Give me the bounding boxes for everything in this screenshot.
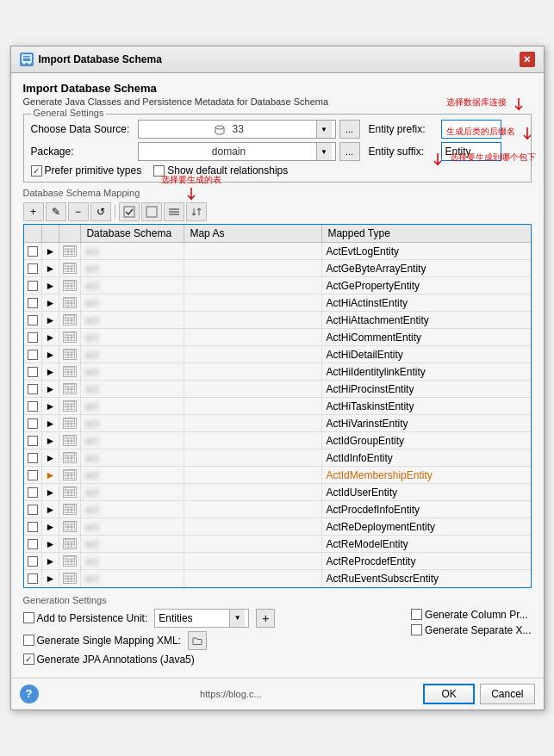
package-arrow[interactable]: ▼ [316,143,332,160]
row-expand[interactable]: ► [41,570,59,587]
prefer-primitive-checkbox[interactable]: Prefer primitive types [31,164,142,177]
checkbox-box[interactable] [28,401,38,412]
persistence-combo-arrow[interactable]: ▼ [229,610,245,627]
row-checkbox[interactable] [24,363,42,381]
row-checkbox[interactable] [24,467,42,484]
table-row[interactable]: ► act ActReModelEntity [24,536,531,553]
checkbox-box[interactable] [28,315,38,325]
sort-button[interactable] [186,202,207,221]
table-row[interactable]: ► act ActHiCommentEntity [24,329,531,346]
checkbox-box[interactable] [28,556,38,567]
check-all-button[interactable] [119,202,140,221]
table-row[interactable]: ► act ActIdUserEntity [24,484,531,501]
gen-separate-check[interactable] [411,624,422,635]
show-default-check[interactable] [153,165,165,177]
row-checkbox[interactable] [24,243,42,260]
data-source-arrow[interactable]: ▼ [316,121,332,138]
refresh-button[interactable]: ↺ [90,202,111,221]
table-row[interactable]: ► act ActReDeploymentEntity [24,518,531,536]
data-source-browse-button[interactable]: ... [339,120,360,139]
mapping-xml-checkbox[interactable]: Generate Single Mapping XML: [23,635,181,647]
row-checkbox[interactable] [24,501,42,518]
row-expand[interactable]: ► [41,277,59,294]
row-checkbox[interactable] [24,415,42,432]
checkbox-box[interactable] [28,487,38,498]
entity-prefix-input[interactable] [441,120,501,139]
row-expand[interactable]: ► [41,449,59,467]
row-expand[interactable]: ► [41,312,59,329]
table-row[interactable]: ► act ActRuEventSubscrEntity [24,570,531,587]
checkbox-box[interactable] [28,263,38,274]
row-expand[interactable]: ► [41,518,59,536]
table-row[interactable]: ► act ActEvtLogEntity [24,243,531,260]
table-row[interactable]: ► act ActReProcdefEntity [24,553,531,570]
persistence-add-button[interactable]: + [256,609,275,628]
prefer-primitive-check[interactable] [31,165,42,177]
entity-suffix-input[interactable] [441,142,501,161]
row-checkbox[interactable] [24,398,42,415]
checkbox-box[interactable] [28,350,38,360]
table-row[interactable]: ► act ActIdGroupEntity [24,432,531,449]
persistence-combo[interactable]: Entities ▼ [154,609,249,628]
data-source-input[interactable]: 33 ▼ [138,120,336,139]
table-row[interactable]: ► act ActGeByteArrayEntity [24,260,531,277]
checkbox-box[interactable] [28,436,38,446]
checkbox-box[interactable] [28,332,38,343]
table-row[interactable]: ► act ActIdInfoEntity [24,449,531,467]
ok-button[interactable]: OK [423,684,475,704]
jpa-checkbox[interactable]: Generate JPA Annotations (Java5) [23,654,195,666]
checkbox-box[interactable] [28,384,38,394]
table-row[interactable]: ► act ActHiAttachmentEntity [24,312,531,329]
row-checkbox[interactable] [24,484,42,501]
row-expand[interactable]: ► [41,432,59,449]
row-checkbox[interactable] [24,260,42,277]
package-browse-button[interactable]: ... [339,142,360,161]
checkbox-box[interactable] [28,453,38,463]
jpa-check[interactable] [23,654,34,665]
row-expand[interactable]: ► [41,553,59,570]
uncheck-all-button[interactable] [141,202,162,221]
row-expand[interactable]: ► [41,346,59,363]
table-row[interactable]: ► act ActHiDetailEntity [24,346,531,363]
row-expand[interactable]: ► [41,467,59,484]
table-row[interactable]: ► act ActHiActinstEntity [24,294,531,312]
row-checkbox[interactable] [24,381,42,398]
table-row[interactable]: ► act ActProcdefInfoEntity [24,501,531,518]
remove-button[interactable]: − [68,202,89,221]
row-expand[interactable]: ► [41,329,59,346]
row-expand[interactable]: ► [41,363,59,381]
row-expand[interactable]: ► [41,381,59,398]
row-checkbox[interactable] [24,277,42,294]
persistence-check[interactable] [23,612,34,623]
row-expand[interactable]: ► [41,260,59,277]
row-checkbox[interactable] [24,518,42,536]
edit-button[interactable]: ✎ [46,202,66,221]
close-button[interactable]: ✕ [520,52,535,67]
add-button[interactable]: + [23,202,44,221]
mapping-xml-check[interactable] [23,635,34,646]
show-default-checkbox[interactable]: Show default relationships [153,164,288,177]
checkbox-box[interactable] [28,246,38,257]
row-expand[interactable]: ► [41,294,59,312]
package-input[interactable]: domain ▼ [138,142,336,161]
row-expand[interactable]: ► [41,536,59,553]
row-expand[interactable]: ► [41,415,59,432]
gen-column-checkbox[interactable]: Generate Column Pr... [411,609,531,621]
row-checkbox[interactable] [24,329,42,346]
checkbox-box[interactable] [28,367,38,377]
row-checkbox[interactable] [24,312,42,329]
mapping-xml-browse[interactable] [188,631,207,650]
help-button[interactable]: ? [20,685,39,703]
checkbox-box[interactable] [28,298,38,308]
row-checkbox[interactable] [24,346,42,363]
row-expand[interactable]: ► [41,501,59,518]
checkbox-box[interactable] [28,522,38,532]
table-row[interactable]: ► act ActHiIdentitylinkEntity [24,363,531,381]
row-checkbox[interactable] [24,553,42,570]
table-row[interactable]: ► act ActHiTaskinstEntity [24,398,531,415]
row-expand[interactable]: ► [41,484,59,501]
checkbox-box[interactable] [28,281,38,291]
row-expand[interactable]: ► [41,243,59,260]
row-checkbox[interactable] [24,294,42,312]
table-row[interactable]: ► act ActGePropertyEntity [24,277,531,294]
